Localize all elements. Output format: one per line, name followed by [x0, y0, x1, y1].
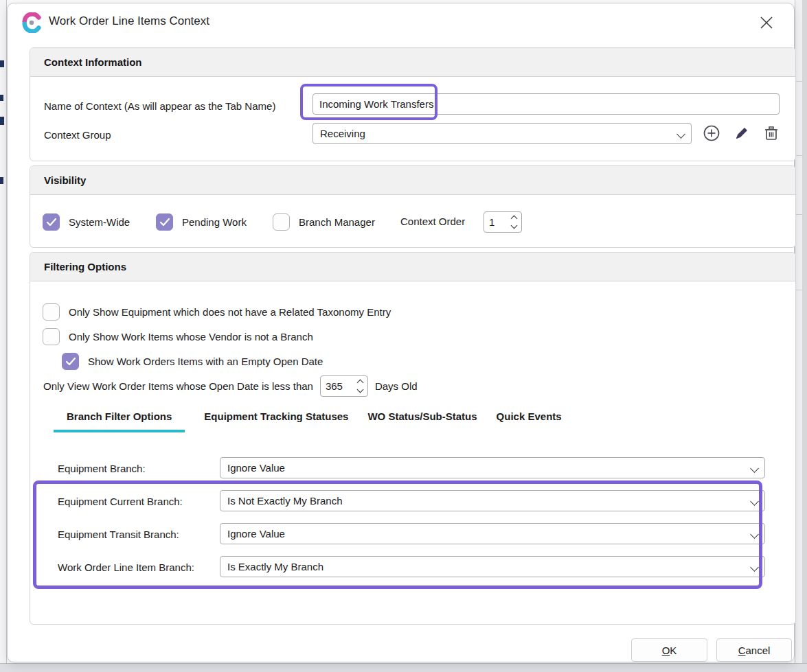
equipment-branch-select[interactable]: Ignore Value — [220, 457, 765, 478]
context-information-section: Context Information Name of Context (As … — [30, 47, 796, 161]
work-order-context-dialog: Work Order Line Items Context Context In… — [7, 3, 795, 662]
tab-branch-filter-options[interactable]: Branch Filter Options — [54, 410, 185, 432]
context-order-stepper[interactable]: 1 — [484, 211, 522, 233]
equipment-current-branch-label: Equipment Current Branch: — [58, 496, 183, 507]
tab-wo-status-sub-status[interactable]: WO Status/Sub-Status — [367, 410, 477, 432]
cancel-button[interactable]: Cancel — [716, 638, 792, 662]
empty-open-date-row: Show Work Orders Items with an Empty Ope… — [62, 352, 323, 370]
vendor-not-branch-label: Only Show Work Items whose Vendor is not… — [69, 331, 313, 343]
visibility-header: Visibility — [30, 166, 795, 195]
ok-button[interactable]: OK — [631, 638, 707, 662]
chevron-down-icon — [751, 462, 758, 474]
wo-line-item-branch-value: Is Exactly My Branch — [227, 561, 751, 572]
name-of-context-label: Name of Context (As will appear as the T… — [44, 100, 275, 112]
system-wide-label: System-Wide — [69, 216, 130, 228]
branch-manager-checkbox[interactable] — [273, 213, 290, 231]
open-date-age-prefix: Only View Work Order Items whose Open Da… — [43, 380, 313, 392]
equipment-current-branch-value: Is Not Exactly My Branch — [227, 495, 751, 507]
context-order-label: Context Order — [400, 216, 465, 227]
pending-work-checkbox-row: Pending Work — [156, 213, 247, 231]
add-group-icon[interactable] — [703, 124, 720, 142]
vendor-not-branch-checkbox[interactable] — [43, 328, 60, 345]
branch-manager-checkbox-row: Branch Manager — [273, 213, 375, 231]
context-group-value: Receiving — [320, 128, 678, 139]
context-group-label: Context Group — [44, 129, 111, 141]
visibility-section: Visibility System-Wide Pending Work Bran… — [30, 165, 796, 248]
filtering-options-header: Filtering Options — [30, 253, 795, 281]
stepper-arrows-icon[interactable] — [512, 216, 516, 228]
equipment-branch-label: Equipment Branch: — [58, 463, 146, 474]
context-name-input[interactable] — [312, 93, 780, 115]
app-logo-icon — [21, 12, 42, 33]
filter-tabs: Branch Filter Options Equipment Tracking… — [54, 410, 562, 432]
open-date-age-row: Only View Work Order Items whose Open Da… — [43, 377, 418, 395]
stepper-arrows-icon[interactable] — [358, 380, 363, 392]
system-wide-checkbox-row: System-Wide — [43, 213, 130, 231]
system-wide-checkbox[interactable] — [43, 213, 60, 231]
equipment-current-branch-select[interactable]: Is Not Exactly My Branch — [220, 490, 765, 511]
days-old-value: 365 — [326, 380, 352, 392]
tab-equipment-tracking-statuses[interactable]: Equipment Tracking Statuses — [204, 410, 348, 432]
equipment-transit-branch-label: Equipment Transit Branch: — [58, 529, 179, 540]
empty-open-date-label: Show Work Orders Items with an Empty Ope… — [88, 356, 323, 367]
chevron-down-icon — [751, 561, 758, 572]
background-window-right-edge — [795, 0, 807, 663]
pending-work-checkbox[interactable] — [156, 213, 173, 231]
equipment-branch-value: Ignore Value — [227, 462, 751, 474]
screen: Work Order Line Items Context Context In… — [0, 0, 807, 672]
wo-line-item-branch-label: Work Order Line Item Branch: — [58, 561, 194, 573]
context-order-value: 1 — [489, 216, 506, 228]
open-date-age-suffix: Days Old — [375, 380, 418, 392]
dialog-title: Work Order Line Items Context — [49, 14, 209, 28]
days-old-stepper[interactable]: 365 — [320, 375, 368, 397]
empty-open-date-checkbox[interactable] — [62, 353, 79, 370]
tab-quick-events[interactable]: Quick Events — [497, 410, 562, 432]
context-information-header: Context Information — [30, 48, 795, 77]
background-window-bottom-edge — [0, 663, 807, 672]
equipment-transit-branch-value: Ignore Value — [227, 528, 751, 540]
chevron-down-icon — [751, 528, 758, 540]
no-taxonomy-entry-label: Only Show Equipment which does not have … — [69, 306, 391, 318]
equipment-transit-branch-select[interactable]: Ignore Value — [220, 523, 765, 544]
vendor-not-branch-row: Only Show Work Items whose Vendor is not… — [43, 327, 313, 345]
taxonomy-filter-row: Only Show Equipment which does not have … — [43, 303, 391, 321]
no-taxonomy-entry-checkbox[interactable] — [43, 303, 60, 321]
chevron-down-icon — [751, 495, 758, 507]
dialog-titlebar: Work Order Line Items Context — [8, 3, 794, 42]
pending-work-label: Pending Work — [182, 216, 247, 228]
close-icon[interactable] — [757, 13, 776, 32]
chevron-down-icon — [678, 128, 684, 139]
edit-group-pencil-icon[interactable] — [733, 124, 751, 142]
filtering-options-section: Filtering Options Only Show Equipment wh… — [30, 252, 796, 625]
context-group-select[interactable]: Receiving — [312, 123, 692, 144]
branch-manager-label: Branch Manager — [299, 216, 375, 228]
wo-line-item-branch-select[interactable]: Is Exactly My Branch — [220, 556, 765, 577]
background-window-left-edge — [0, 0, 7, 663]
delete-group-trash-icon[interactable] — [762, 124, 780, 142]
